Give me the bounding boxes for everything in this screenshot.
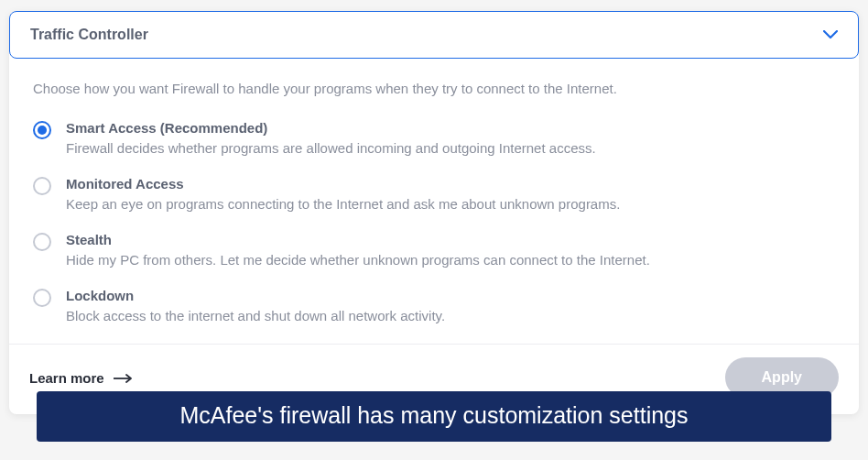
option-monitored-access[interactable]: Monitored Access Keep an eye on programs… (29, 167, 839, 223)
radio-icon (33, 289, 51, 307)
option-title: Lockdown (66, 288, 445, 303)
option-description: Firewall decides whether programs are al… (66, 138, 596, 158)
radio-icon (33, 121, 51, 139)
caption-overlay: McAfee's firewall has many customization… (37, 391, 831, 442)
section-description: Choose how you want Firewall to handle y… (9, 59, 859, 111)
learn-more-label: Learn more (29, 370, 104, 386)
dropdown-title: Traffic Controller (30, 27, 148, 43)
traffic-controller-dropdown[interactable]: Traffic Controller (9, 11, 859, 59)
option-description: Block access to the internet and shut do… (66, 306, 445, 325)
option-description: Hide my PC from others. Let me decide wh… (66, 250, 650, 269)
option-description: Keep an eye on programs connecting to th… (66, 194, 620, 214)
option-title: Monitored Access (66, 176, 620, 192)
option-smart-access[interactable]: Smart Access (Recommended) Firewall deci… (29, 111, 839, 167)
radio-option-list: Smart Access (Recommended) Firewall deci… (9, 111, 859, 344)
option-title: Smart Access (Recommended) (66, 120, 596, 136)
option-stealth[interactable]: Stealth Hide my PC from others. Let me d… (29, 223, 839, 279)
arrow-right-icon (114, 370, 134, 386)
settings-panel: Traffic Controller Choose how you want F… (9, 11, 859, 414)
option-title: Stealth (66, 232, 650, 247)
learn-more-link[interactable]: Learn more (29, 370, 134, 386)
radio-icon (33, 233, 51, 251)
chevron-down-icon (823, 27, 838, 43)
option-lockdown[interactable]: Lockdown Block access to the internet an… (29, 279, 839, 334)
radio-icon (33, 177, 51, 195)
